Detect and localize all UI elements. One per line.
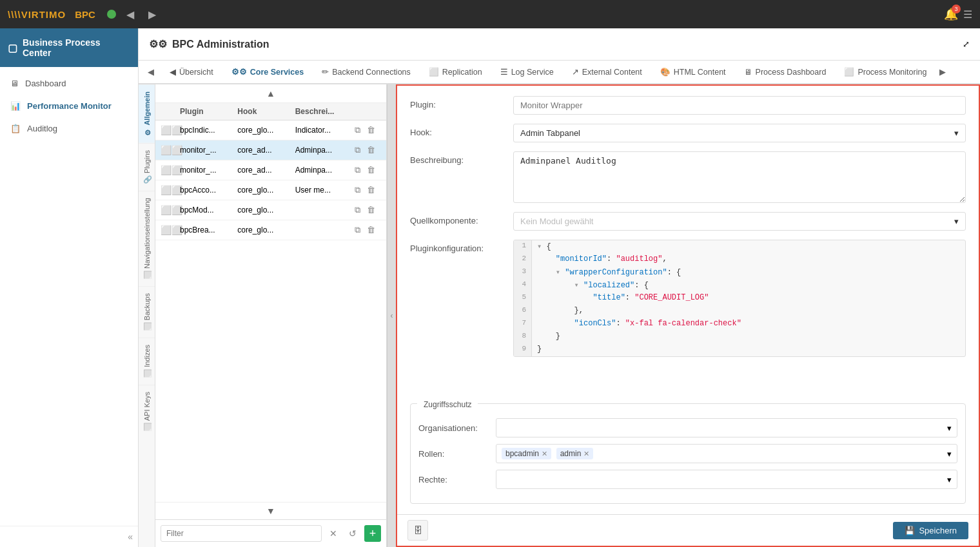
row-actions: ⧉ 🗑 — [353, 184, 381, 196]
scroll-down-btn[interactable]: ▼ — [261, 504, 280, 517]
tab-label: HTML Content — [674, 68, 726, 77]
table-row[interactable]: ⬜⬜ bpcMod... core_glo... ⧉ 🗑 — [155, 200, 386, 220]
row-copy-btn[interactable]: ⧉ — [353, 224, 362, 236]
vert-label-allgemein[interactable]: ⚙ Allgemein — [139, 84, 155, 143]
tab-forward-btn[interactable]: ▶ — [936, 62, 950, 82]
tab-process-monitoring[interactable]: ⬜ Process Monitoring — [835, 61, 936, 84]
quellkomponente-value: Kein Modul gewählt — [520, 216, 593, 226]
save-button[interactable]: 💾 Speichern — [893, 522, 968, 539]
form-row-hook: Hook: Admin Tabpanel ▾ — [410, 124, 966, 142]
tab-external-content[interactable]: ↗ External Content — [563, 61, 651, 84]
rollen-field[interactable]: bpcadmin ✕ admin ✕ ▾ — [496, 444, 957, 463]
tag-label: bpcadmin — [505, 449, 539, 458]
filter-clear-btn[interactable]: ✕ — [326, 527, 341, 540]
form-row-pluginkonfiguration: Pluginkonfiguration: 1 ▾ { 2 "monitorId"… — [410, 240, 966, 357]
filter-add-btn[interactable]: + — [364, 525, 381, 542]
panel-collapse-arrow[interactable]: ‹ — [387, 84, 396, 547]
hook-label: Hook: — [410, 124, 513, 137]
row-delete-btn[interactable]: 🗑 — [365, 204, 377, 216]
nav-back-btn[interactable]: ◀ — [122, 7, 138, 22]
form-row-beschreibung: Beschreibung: Adminpanel Auditlog — [410, 151, 966, 203]
tag-admin: admin ✕ — [556, 448, 594, 459]
notification-icon[interactable]: 🔔 3 — [944, 7, 958, 21]
filter-reset-btn[interactable]: ↺ — [345, 527, 360, 540]
collapse-btn[interactable]: ▾ — [537, 242, 542, 251]
table-row[interactable]: ⬜⬜ monitor_... core_ad... Adminpa... ⧉ 🗑 — [155, 140, 386, 160]
vert-label-plugins[interactable]: 🔗 Plugins — [139, 143, 155, 191]
table-row[interactable]: ⬜⬜ bpcIndic... core_glo... Indicator... … — [155, 120, 386, 140]
quellkomponente-select[interactable]: Kein Modul gewählt ▾ — [513, 212, 966, 231]
rollen-tags: bpcadmin ✕ admin ✕ — [502, 448, 596, 459]
bottom-toolbar: 🗄 💾 Speichern — [397, 514, 979, 546]
tab-backend-connections[interactable]: ✏ Backend Connections — [313, 61, 420, 84]
sidebar-item-label: Dashboard — [25, 79, 66, 88]
pluginkonfiguration-editor[interactable]: 1 ▾ { 2 "monitorId": "auditlog", 3 ▾ "wr… — [513, 240, 966, 357]
tab-back-btn[interactable]: ◀ — [141, 62, 161, 82]
menu-icon[interactable]: ☰ — [963, 8, 972, 21]
topbar: \\\\VIRTIMO BPC ◀ ▶ 🔔 3 ☰ — [0, 0, 980, 28]
scroll-up-btn[interactable]: ▲ — [261, 87, 280, 100]
detail-panel: Plugin: Hook: Admin Tabpanel ▾ Beschreib… — [396, 84, 980, 547]
beschreibung-textarea[interactable]: Adminpanel Auditlog — [513, 151, 966, 203]
row-delete-btn[interactable]: 🗑 — [365, 184, 377, 196]
db-icon-btn[interactable]: 🗄 — [407, 520, 428, 541]
rechte-field[interactable]: ▾ — [496, 470, 957, 489]
collapse-btn[interactable]: ▾ — [574, 281, 579, 290]
auditlog-icon: 📋 — [10, 124, 21, 133]
code-line: 8 } — [514, 331, 965, 343]
access-row-org: Organisationen: ▾ — [418, 418, 957, 437]
tab-core-services[interactable]: ⚙⚙ Core Services — [222, 61, 313, 84]
tab-process-dashboard[interactable]: 🖥 Process Dashboard — [735, 61, 836, 84]
sidebar-header: ▢ Business Process Center — [0, 28, 138, 67]
logo-text: \\\\VIRTIMO — [8, 9, 66, 20]
tab-html-content[interactable]: 🎨 HTML Content — [651, 61, 735, 84]
table-row[interactable]: ⬜⬜ bpcBrea... core_glo... ⧉ 🗑 — [155, 220, 386, 240]
row-delete-btn[interactable]: 🗑 — [365, 224, 377, 236]
save-icon: 💾 — [905, 526, 915, 535]
sidebar-collapse-btn[interactable]: « — [128, 532, 133, 542]
line-content: } — [532, 343, 547, 356]
code-line: 5 "title": "CORE_AUDIT_LOG" — [514, 292, 965, 305]
row-copy-btn[interactable]: ⧉ — [353, 124, 362, 136]
nav-forward-btn[interactable]: ▶ — [144, 7, 160, 22]
tab-label: Process Dashboard — [756, 68, 827, 77]
tag-remove-btn[interactable]: ✕ — [542, 450, 547, 458]
table-area: ▲ Plugin Hook Beschrei... ⬜⬜ — [155, 84, 386, 547]
tab-icon: ⬜ — [844, 67, 854, 77]
vert-label-nav[interactable]: ⬜ Navigationseinstellung — [139, 191, 155, 286]
row-copy-btn[interactable]: ⧉ — [353, 164, 362, 176]
bottom-left: 🗄 — [407, 520, 428, 541]
row-plugin: bpcMod... — [180, 206, 237, 215]
tag-remove-btn[interactable]: ✕ — [583, 450, 589, 458]
filter-input[interactable] — [161, 525, 322, 542]
row-copy-btn[interactable]: ⧉ — [353, 204, 362, 216]
hook-select[interactable]: Admin Tabpanel ▾ — [513, 124, 966, 142]
row-delete-btn[interactable]: 🗑 — [365, 164, 377, 176]
org-field[interactable]: ▾ — [496, 418, 957, 437]
sidebar-item-auditlog[interactable]: 📋 Auditlog — [0, 117, 138, 140]
row-actions: ⧉ 🗑 — [353, 224, 381, 236]
vert-label-backups[interactable]: ⬜ Backups — [139, 286, 155, 338]
table-row[interactable]: ⬜⬜ bpcAcco... core_glo... User me... ⧉ 🗑 — [155, 180, 386, 200]
line-content: } — [532, 331, 565, 343]
row-copy-btn[interactable]: ⧉ — [353, 184, 362, 196]
collapse-btn[interactable]: ▾ — [556, 268, 560, 277]
page-close-icon[interactable]: ⤢ — [963, 39, 970, 49]
table-row[interactable]: ⬜⬜ monitor_... core_ad... Adminpa... ⧉ 🗑 — [155, 160, 386, 180]
tab-uebersicht[interactable]: ◀ Übersicht — [161, 61, 222, 84]
tab-label: Übersicht — [179, 68, 213, 77]
tab-replication[interactable]: ⬜ Replication — [420, 61, 491, 84]
row-delete-btn[interactable]: 🗑 — [365, 124, 377, 136]
line-content: }, — [532, 305, 589, 318]
form-row-plugin: Plugin: — [410, 96, 966, 115]
tab-log-service[interactable]: ☰ Log Service — [491, 61, 563, 84]
plugin-input[interactable] — [513, 96, 966, 115]
sidebar-item-performance[interactable]: 📊 Performance Monitor — [0, 95, 138, 117]
hook-value: Admin Tabpanel — [520, 128, 580, 138]
line-number: 9 — [514, 343, 532, 356]
row-delete-btn[interactable]: 🗑 — [365, 144, 377, 156]
row-copy-btn[interactable]: ⧉ — [353, 144, 362, 156]
vert-label-indizes[interactable]: ⬜ Indizes — [139, 338, 155, 385]
vert-label-api-keys[interactable]: ⬜ API Keys — [139, 385, 155, 438]
sidebar-item-dashboard[interactable]: 🖥 Dashboard — [0, 72, 138, 95]
